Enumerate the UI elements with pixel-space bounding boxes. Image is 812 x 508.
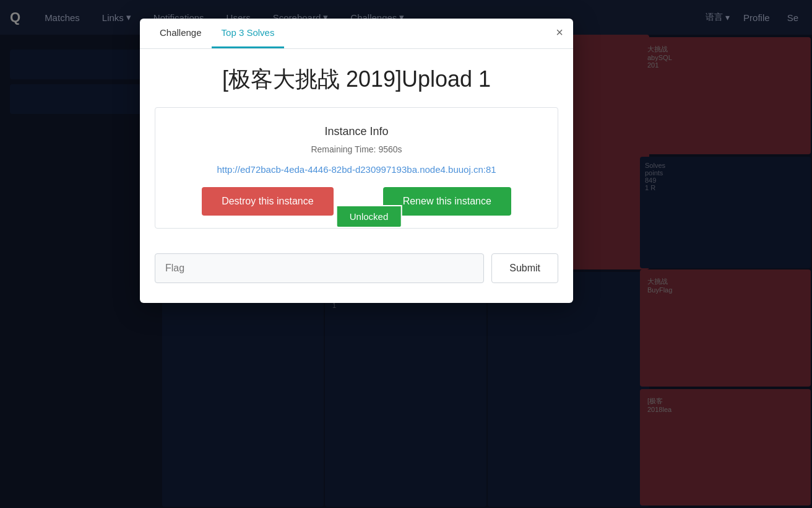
flag-row: Submit: [155, 253, 558, 283]
tab-challenge[interactable]: Challenge: [150, 19, 212, 48]
instance-info-box: Instance Info Remaining Time: 9560s http…: [155, 107, 558, 229]
tab-top3-solves[interactable]: Top 3 Solves: [212, 19, 285, 48]
unlocked-badge: Unlocked: [336, 205, 402, 228]
modal-tabs: Challenge Top 3 Solves: [140, 19, 573, 49]
challenge-title: [极客大挑战 2019]Upload 1: [140, 49, 573, 107]
flag-input[interactable]: [155, 253, 484, 283]
submit-button[interactable]: Submit: [491, 253, 558, 283]
instance-buttons: Destroy this instance Renew this instanc…: [168, 187, 545, 216]
challenge-modal: Challenge Top 3 Solves × [极客大挑战 2019]Upl…: [140, 19, 573, 303]
instance-info-heading: Instance Info: [168, 125, 545, 138]
destroy-instance-button[interactable]: Destroy this instance: [202, 187, 334, 216]
renew-instance-button[interactable]: Renew this instance: [383, 187, 511, 216]
remaining-time: Remaining Time: 9560s: [168, 144, 545, 154]
modal-close-button[interactable]: ×: [556, 26, 563, 38]
instance-link[interactable]: http://ed72bacb-4eda-4446-82bd-d23099719…: [168, 164, 545, 175]
